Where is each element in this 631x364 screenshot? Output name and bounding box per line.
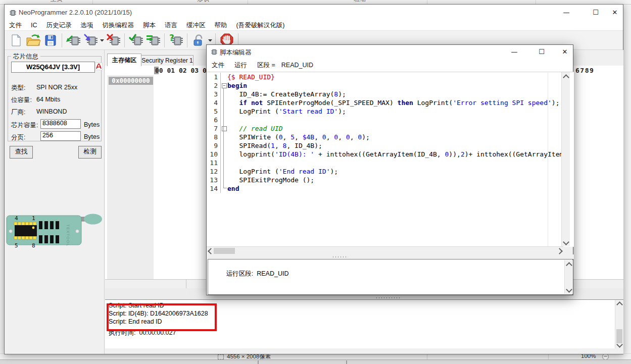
open-file-button[interactable] <box>25 32 41 48</box>
code-editor[interactable]: 1{$ READ_UID}2−begin3 ID_4B:= CreateByte… <box>207 72 574 247</box>
close-button[interactable]: ✕ <box>607 8 622 18</box>
socket-pin4-label: 4 <box>15 215 18 222</box>
line-number: 10 <box>207 150 221 159</box>
code-line-13: 13 SPIExitProgMode (); <box>207 176 561 184</box>
maximize-button[interactable]: ☐ <box>588 8 603 18</box>
menu-item-1[interactable]: IC <box>26 21 42 29</box>
dialog-title: 脚本编辑器 <box>220 48 252 57</box>
code-scrollbar-vertical[interactable] <box>561 72 570 246</box>
scroll-up-arrow[interactable] <box>616 301 623 308</box>
ribbon-divider <box>92 0 93 4</box>
fold-margin[interactable]: − <box>221 81 227 90</box>
bits-value: 64 Mbits <box>36 96 60 103</box>
menu-item-6[interactable]: 语言 <box>160 21 182 30</box>
main-menubar: 文件IC历史记录选项切换编程器脚本语言缓冲区帮助(吾爱破解汉化版) <box>5 21 623 30</box>
background-statusbar: 4556 × 2008像素 100% − <box>0 353 631 364</box>
menu-item-3[interactable]: 选项 <box>76 21 98 30</box>
minimize-button[interactable]: — <box>559 8 574 18</box>
new-file-button[interactable] <box>8 32 24 48</box>
line-number: 13 <box>207 176 221 184</box>
save-button[interactable] <box>42 32 59 48</box>
line-number: 12 <box>207 167 221 176</box>
tab-main-memory[interactable]: 主存储区 <box>107 54 141 66</box>
fold-margin <box>221 133 227 141</box>
menu-item-2[interactable]: 历史记录 <box>42 21 76 30</box>
fold-marker-icon[interactable] <box>222 126 227 131</box>
hex-address-cell[interactable]: 0x00000000 <box>109 77 153 85</box>
fold-margin <box>221 73 227 81</box>
find-chip-button[interactable]: 查找 <box>10 146 33 159</box>
dialog-titlebar[interactable]: 脚本编辑器 — ☐ ✕ <box>207 45 573 59</box>
menu-item-9[interactable]: (吾爱破解汉化版) <box>232 21 289 30</box>
write-chip-button[interactable] <box>82 32 99 48</box>
query-chip-button[interactable]: ? <box>168 32 184 48</box>
menu-item-5[interactable]: 脚本 <box>138 21 160 30</box>
chip-info-group: 芯片信息 W25Q64JV [3.3V] 类型: SPI NOR 25xx 位容… <box>8 56 102 141</box>
read-chip-button[interactable] <box>65 32 81 48</box>
scroll-right-arrow[interactable] <box>556 248 563 254</box>
code-line-7: 7 // read UID <box>207 124 561 133</box>
tab-security-register[interactable]: Security Register 1 <box>141 55 193 66</box>
code-line-14: 14end <box>207 184 561 193</box>
detect-chip-button[interactable]: 检测 <box>78 146 102 159</box>
menu-item-8[interactable]: 帮助 <box>210 21 232 30</box>
run-panel-scrollbar[interactable] <box>564 260 573 294</box>
menu-item-7[interactable]: 缓冲区 <box>182 21 210 30</box>
ribbon-fragment: 粗细 <box>354 0 366 4</box>
line-number: 3 <box>207 90 221 98</box>
line-number: 11 <box>207 159 221 167</box>
write-chip-button-dropdown[interactable] <box>99 32 105 48</box>
datasheet-pdf-icon[interactable] <box>95 63 103 70</box>
scroll-up-arrow[interactable] <box>563 74 569 81</box>
log-scrollbar[interactable] <box>615 300 623 348</box>
page-label: 分页: <box>11 133 25 142</box>
scrollbar-thumb[interactable] <box>214 248 235 254</box>
compare-chip-button[interactable] <box>145 32 161 48</box>
fold-margin <box>221 141 227 150</box>
code-text: SPIExitProgMode (); <box>227 176 561 184</box>
dialog-menu-item-2[interactable]: 区段 = <box>252 59 280 72</box>
scroll-up-arrow[interactable] <box>566 262 572 269</box>
dialog-maximize-button[interactable]: ☐ <box>534 47 549 57</box>
code-line-2: 2−begin <box>207 81 561 90</box>
socket-pin5-label: 5 <box>15 242 18 249</box>
code-line-8: 8 SPIWrite (0, 5, $4B, 0, 0, 0, 0); <box>207 133 561 141</box>
erase-chip-button[interactable] <box>105 32 121 48</box>
scroll-down-arrow[interactable] <box>566 286 572 293</box>
scroll-left-arrow[interactable] <box>208 248 214 254</box>
hex-ascii-header-fragment: 6789 <box>575 67 594 74</box>
ribbon-fragment: 主页 <box>51 0 63 4</box>
dialog-menu-item-0[interactable]: 文件 <box>207 59 229 72</box>
verify-chip-button[interactable] <box>128 32 144 48</box>
page-unit: Bytes <box>84 133 100 140</box>
line-number: 7 <box>207 124 221 133</box>
strip-tick <box>346 360 347 364</box>
socket-pin8-label: 8 <box>32 242 35 249</box>
toolbar-separator <box>187 33 187 47</box>
chip-name-field[interactable]: W25Q64JV [3.3V] <box>11 62 95 73</box>
unlock-button[interactable] <box>190 32 207 48</box>
code-text: // read UID <box>227 124 561 133</box>
line-number: 8 <box>207 133 221 141</box>
code-text: end <box>227 184 561 193</box>
line-number: 14 <box>207 184 221 193</box>
ribbon-divider <box>248 0 248 4</box>
capacity-unit: Bytes <box>84 121 100 128</box>
titlebar[interactable]: NeoProgrammer 2.2.0.10 (2021/10/15) — ☐ … <box>5 5 623 21</box>
dialog-menu-item-1[interactable]: 运行 <box>229 59 252 72</box>
line-number: 9 <box>207 141 221 150</box>
dialog-minimize-button[interactable]: — <box>507 47 522 57</box>
fold-collapse-icon[interactable]: − <box>222 83 227 88</box>
fold-margin[interactable] <box>221 124 227 133</box>
chip-info-panel: 芯片信息 W25Q64JV [3.3V] 类型: SPI NOR 25xx 位容… <box>5 50 104 354</box>
menu-item-0[interactable]: 文件 <box>5 21 26 30</box>
splitter-handle[interactable] <box>375 297 402 299</box>
page-size-input[interactable]: 256 <box>40 131 81 141</box>
section-selector[interactable]: READ_UID <box>280 60 314 71</box>
dialog-splitter[interactable] <box>207 254 574 259</box>
scroll-down-arrow[interactable] <box>563 239 569 245</box>
dialog-close-button[interactable]: ✕ <box>557 47 572 57</box>
capacity-input[interactable]: 8388608 <box>40 119 81 129</box>
code-scrollbar-horizontal[interactable] <box>207 246 563 255</box>
menu-item-4[interactable]: 切换编程器 <box>98 21 139 30</box>
